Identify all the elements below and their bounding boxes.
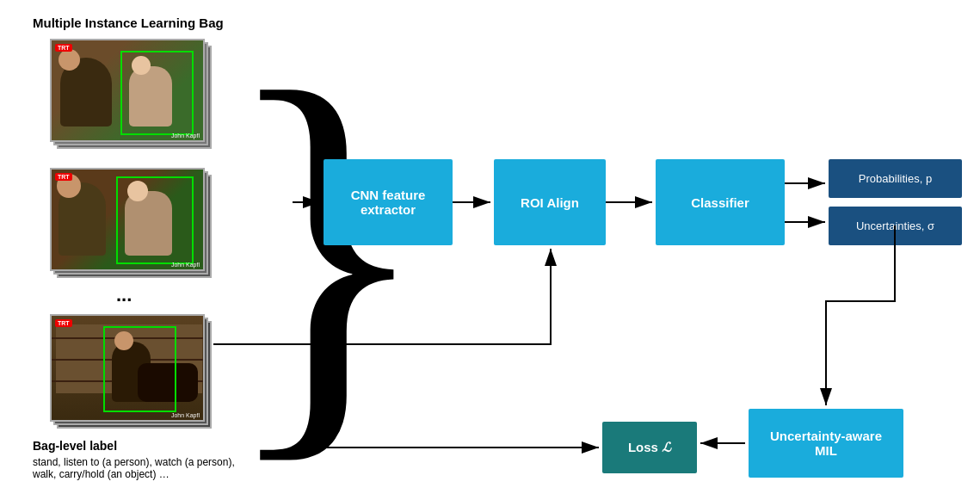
curly-brace: } <box>219 26 435 473</box>
probabilities-box: Probabilities, p <box>829 159 962 198</box>
tv-logo-2: TRT <box>55 173 72 181</box>
mil-box: Uncertainty-aware MIL <box>749 409 903 478</box>
diagram-container: Multiple Instance Learning Bag TRT John … <box>0 0 980 500</box>
page-title: Multiple Instance Learning Bag <box>33 15 224 30</box>
roi-box: ROI Align <box>494 159 606 245</box>
tv-logo-1: TRT <box>55 44 72 52</box>
bag-label-title: Bag-level label <box>33 439 117 453</box>
bag-label-text: stand, listen to (a person), watch (a pe… <box>33 456 235 480</box>
tv-logo-3: TRT <box>55 319 72 327</box>
cnn-box: CNN feature extractor <box>324 159 453 245</box>
dots: ... <box>116 284 132 306</box>
classifier-box: Classifier <box>656 159 785 245</box>
loss-box: Loss ℒ <box>602 422 697 473</box>
uncertainties-box: Uncertainties, σ <box>829 207 962 245</box>
